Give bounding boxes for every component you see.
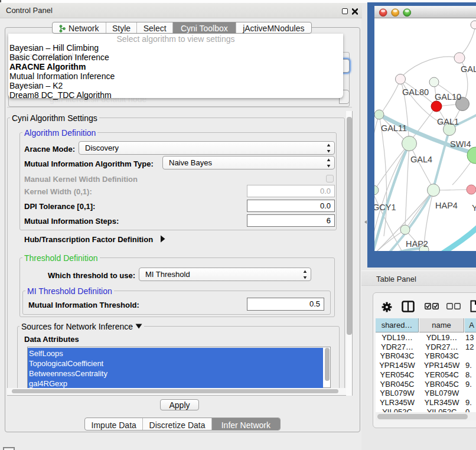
svg-text:GAL1: GAL1 bbox=[437, 117, 459, 126]
svg-text:HAP2: HAP2 bbox=[406, 239, 428, 249]
svg-text:Y: Y bbox=[472, 203, 476, 213]
svg-text:GAL11: GAL11 bbox=[381, 123, 407, 133]
svg-text:GAL4: GAL4 bbox=[410, 155, 432, 164]
svg-text:GAL80: GAL80 bbox=[402, 87, 429, 97]
svg-text:GAL10: GAL10 bbox=[435, 92, 461, 102]
svg-text:GCY1: GCY1 bbox=[374, 203, 396, 212]
svg-text:SWI4: SWI4 bbox=[450, 139, 471, 149]
svg-text:GAL7: GAL7 bbox=[461, 64, 476, 74]
svg-text:HAP4: HAP4 bbox=[435, 201, 458, 210]
